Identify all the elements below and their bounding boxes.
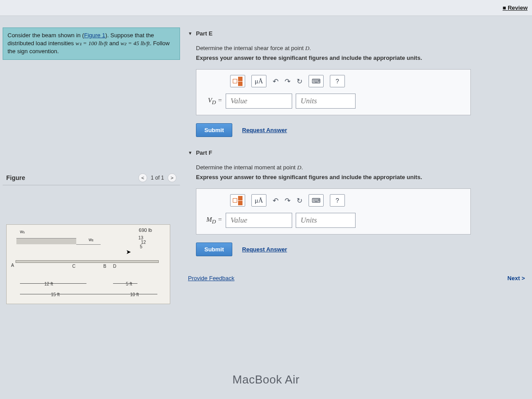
- part-f-variable-label: MD =: [203, 216, 222, 225]
- figure-1-link[interactable]: Figure 1: [84, 32, 106, 39]
- part-e-request-answer-link[interactable]: Request Answer: [242, 127, 287, 133]
- part-e-units-input[interactable]: [296, 94, 356, 109]
- dim-line-12: [20, 283, 86, 284]
- part-f-units-input[interactable]: [296, 213, 356, 228]
- figure-title-label: Figure: [6, 174, 25, 181]
- part-f-header[interactable]: ▼ Part F: [188, 147, 525, 159]
- fig-dim-15: 15 ft: [51, 292, 59, 297]
- figure-pager: < 1 of 1 >: [138, 173, 176, 182]
- reset-icon[interactable]: ↻: [297, 196, 302, 205]
- template-icon: [233, 77, 243, 86]
- part-f-request-answer-link[interactable]: Request Answer: [242, 246, 287, 253]
- units-picker-button[interactable]: μÅ: [251, 194, 266, 207]
- footer-row: Provide Feedback Next >: [188, 275, 525, 282]
- part-f-submit-button[interactable]: Submit: [196, 243, 232, 256]
- fig-point-d: D: [113, 264, 116, 269]
- problem-statement: Consider the beam shown in (Figure 1). S…: [3, 27, 180, 60]
- part-e-answer-box: μÅ ↶ ↷ ↻ ⌨ ? VD =: [196, 69, 471, 115]
- next-link[interactable]: Next >: [508, 275, 525, 282]
- help-button[interactable]: ?: [330, 75, 345, 87]
- part-f-instruction-2: Express your answer to three significant…: [196, 174, 525, 180]
- collapse-icon: ▼: [188, 31, 192, 36]
- part-f-input-row: MD =: [203, 213, 463, 228]
- part-e-value-input[interactable]: [226, 94, 292, 109]
- fig-w1-label: w₁: [20, 229, 25, 234]
- undo-icon[interactable]: ↶: [273, 77, 278, 86]
- figure-header: Figure < 1 of 1 >: [3, 171, 180, 185]
- review-link[interactable]: Review: [503, 4, 528, 11]
- part-f-value-input[interactable]: [226, 213, 292, 228]
- fig-load-label: 690 lb: [139, 227, 152, 233]
- keyboard-icon[interactable]: ⌨: [309, 75, 324, 87]
- problem-connector: and: [108, 40, 121, 47]
- redo-icon[interactable]: ↷: [285, 77, 290, 86]
- w1-equation: w₁ = 100 lb/ft: [75, 40, 108, 47]
- collapse-icon: ▼: [188, 150, 192, 155]
- figure-next-button[interactable]: >: [168, 173, 176, 182]
- fig-angle-side: 5: [140, 244, 142, 249]
- undo-icon[interactable]: ↶: [273, 196, 278, 205]
- fig-dim-12: 12 ft: [44, 282, 53, 286]
- laptop-brand-label: MacBook Air: [0, 373, 532, 387]
- help-button[interactable]: ?: [330, 194, 345, 207]
- fig-point-c: C: [72, 264, 75, 269]
- figure-pager-text: 1 of 1: [151, 175, 164, 181]
- part-e-instruction-1: Determine the internal shear force at po…: [196, 45, 525, 52]
- figure-prev-button[interactable]: <: [138, 173, 147, 182]
- fig-point-b: B: [103, 264, 106, 269]
- part-e-submit-button[interactable]: Submit: [196, 123, 232, 137]
- part-e-body: Determine the internal shear force at po…: [188, 39, 525, 147]
- dim-line-10: [104, 294, 157, 294]
- part-e-header[interactable]: ▼ Part E: [188, 27, 525, 39]
- template-picker-button[interactable]: [230, 194, 245, 207]
- part-e-submit-row: Submit Request Answer: [196, 123, 525, 137]
- main-content: Consider the beam shown in (Figure 1). S…: [3, 27, 529, 350]
- figure-area: w₁ w₂ 690 lb 13 12 5 A C B D 12 ft 15 ft: [3, 221, 180, 308]
- part-e-title: Part E: [196, 30, 213, 37]
- left-column: Consider the beam shown in (Figure 1). S…: [3, 27, 180, 350]
- distributed-load: [16, 238, 101, 260]
- part-e-variable-label: VD =: [203, 97, 222, 106]
- part-f-toolbar: μÅ ↶ ↷ ↻ ⌨ ?: [203, 194, 463, 207]
- dim-line-5: [113, 283, 137, 284]
- part-f-title: Part F: [196, 149, 212, 156]
- beam-body: [16, 260, 159, 263]
- w2-equation: w₂ = 45 lb/ft: [121, 40, 150, 47]
- keyboard-icon[interactable]: ⌨: [309, 194, 324, 207]
- part-f-submit-row: Submit Request Answer: [196, 243, 525, 256]
- reset-icon[interactable]: ↻: [297, 77, 302, 86]
- part-e-input-row: VD =: [203, 94, 463, 109]
- fig-dim-10: 10 ft: [130, 292, 139, 297]
- template-picker-button[interactable]: [230, 75, 245, 87]
- dim-line-15: [20, 294, 104, 294]
- units-picker-button[interactable]: μÅ: [251, 75, 266, 87]
- fig-point-a: A: [11, 263, 14, 268]
- header-bar: Review: [0, 0, 532, 16]
- redo-icon[interactable]: ↷: [285, 196, 290, 205]
- part-f-answer-box: μÅ ↶ ↷ ↻ ⌨ ? MD =: [196, 188, 471, 235]
- template-icon: [233, 196, 243, 205]
- provide-feedback-link[interactable]: Provide Feedback: [188, 275, 235, 282]
- problem-text-1: Consider the beam shown in (: [8, 32, 84, 39]
- part-e-toolbar: μÅ ↶ ↷ ↻ ⌨ ?: [203, 75, 463, 87]
- beam-diagram: w₁ w₂ 690 lb 13 12 5 A C B D 12 ft 15 ft: [6, 224, 170, 304]
- part-e-instruction-2: Express your answer to three significant…: [196, 55, 525, 61]
- part-f-instruction-1: Determine the internal moment at point D…: [196, 164, 525, 171]
- part-f-body: Determine the internal moment at point D…: [188, 159, 525, 266]
- fig-dim-5: 5 ft: [126, 282, 132, 286]
- right-column: ▼ Part E Determine the internal shear fo…: [188, 27, 529, 350]
